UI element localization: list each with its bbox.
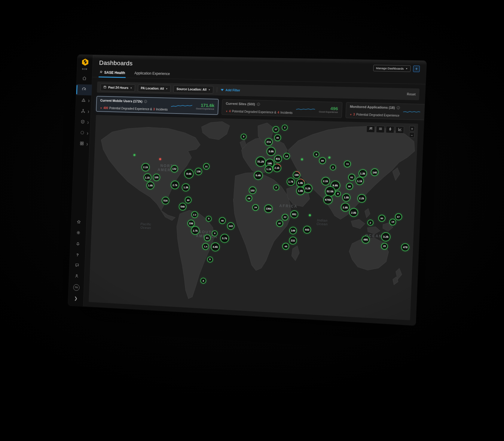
sidebar-item-help[interactable]: ? bbox=[70, 249, 85, 261]
sidebar-item-security[interactable]: ❯ bbox=[75, 117, 91, 128]
divider bbox=[217, 87, 217, 93]
kpi-card-sites[interactable]: Current Sites (500) i ▼ 4 Potential Degr… bbox=[221, 99, 342, 118]
kpi-caption: Good Experience bbox=[196, 108, 214, 111]
world-map[interactable]: NORTH AMERICASOUTH AMERICAAFRICAOCEANIAP… bbox=[89, 115, 418, 321]
map-bolt-toggle[interactable] bbox=[386, 126, 394, 133]
degraded-text: Potential Degraded Experience bbox=[356, 113, 399, 117]
info-icon[interactable]: i bbox=[257, 103, 260, 106]
chart-icon bbox=[397, 127, 402, 133]
home-icon bbox=[82, 76, 87, 82]
top-actions: Manage Dashboards ▼ + bbox=[373, 65, 420, 72]
app-window: SCM ❯ ❯ bbox=[68, 55, 426, 326]
dashboards-icon bbox=[81, 87, 87, 93]
tab-sase-health[interactable]: SASE Health bbox=[99, 69, 126, 78]
collapse-icon: ❯ bbox=[74, 296, 78, 300]
map-cluster-bubble[interactable]: 2.1k bbox=[273, 163, 281, 172]
list-icon bbox=[378, 126, 383, 132]
scm-logo-icon bbox=[81, 58, 89, 67]
time-range-dropdown[interactable]: Past 24 Hours ▼ bbox=[100, 84, 135, 92]
sidebar-item-incidents[interactable]: ❯ bbox=[76, 95, 92, 106]
user-icon bbox=[74, 273, 79, 280]
kpi-caption: Good Experience bbox=[424, 114, 426, 117]
dashboard-content: Past 24 Hours ▼ PA Location: All ▼ Sourc… bbox=[83, 77, 425, 325]
sparkline bbox=[171, 103, 193, 109]
page-title: Dashboards bbox=[99, 59, 133, 67]
reset-button[interactable]: Reset bbox=[407, 92, 416, 96]
add-dashboard-button[interactable]: + bbox=[413, 65, 420, 72]
sidebar-item-favorites[interactable] bbox=[71, 217, 87, 228]
kpi-value-block: 171.6k Good Experience bbox=[196, 103, 215, 111]
sparkline bbox=[403, 109, 420, 115]
pin-icon bbox=[99, 70, 102, 75]
incident-text: Incidents bbox=[156, 108, 168, 111]
sidebar-item-user[interactable] bbox=[69, 271, 84, 282]
kpi-value-block: 15 Good Experience bbox=[424, 108, 426, 117]
chevron-right-icon: ❯ bbox=[88, 100, 90, 102]
reports-icon bbox=[79, 141, 84, 147]
map-list-toggle[interactable] bbox=[376, 126, 385, 133]
sparkline bbox=[296, 107, 316, 112]
kpi-left: Current Sites (500) i ▼ 4 Potential Degr… bbox=[225, 102, 293, 114]
sidebar-item-settings[interactable] bbox=[71, 227, 86, 239]
sidebar-avatar[interactable]: TS bbox=[69, 281, 84, 293]
tab-label: Application Experience bbox=[134, 71, 170, 76]
map-zoom-controls: + − bbox=[409, 126, 415, 138]
map-users-toggle[interactable] bbox=[366, 125, 375, 132]
chat-icon bbox=[75, 263, 80, 269]
sidebar-item-chat[interactable] bbox=[69, 260, 85, 272]
sidebar-item-reports[interactable]: ❯ bbox=[74, 138, 90, 150]
shield-icon bbox=[80, 119, 85, 126]
tab-label: SASE Health bbox=[104, 70, 125, 75]
kpi-card-applications[interactable]: Monitored Applications (18) i ▼ 3 Potent… bbox=[345, 102, 426, 121]
pa-location-value: PA Location: All bbox=[141, 86, 164, 90]
network-icon bbox=[81, 108, 86, 115]
chevron-right-icon: ❯ bbox=[87, 121, 89, 124]
kpi-alert-line: ▼ 400 Potential Degraded Experience & 3 … bbox=[100, 106, 168, 111]
star-icon bbox=[76, 219, 81, 226]
avatar-initials: TS bbox=[73, 284, 80, 291]
incident-count: 4 bbox=[277, 111, 279, 114]
tab-application-experience[interactable]: Application Experience bbox=[134, 70, 171, 79]
add-filter-button[interactable]: Add Filter bbox=[221, 88, 240, 92]
kpi-caption: Good Experience bbox=[319, 111, 338, 114]
sidebar-item-dashboards[interactable] bbox=[76, 84, 92, 95]
logo-label: SCM bbox=[82, 68, 87, 70]
info-icon[interactable]: i bbox=[144, 100, 147, 103]
manage-dashboards-label: Manage Dashboards bbox=[376, 66, 404, 70]
gear-icon bbox=[76, 230, 81, 236]
sidebar-item-operations[interactable]: ❯ bbox=[74, 128, 90, 139]
main-area: Dashboards Manage Dashboards ▼ + SASE He… bbox=[83, 55, 426, 326]
world-map-svg bbox=[89, 115, 418, 321]
caret-down-icon: ▼ bbox=[100, 107, 102, 110]
chevron-down-icon: ▼ bbox=[130, 87, 132, 89]
sidebar-item-home[interactable] bbox=[77, 73, 93, 84]
kpi-left: Monitored Applications (18) i ▼ 3 Potent… bbox=[350, 105, 400, 117]
map-chart-toggle[interactable] bbox=[396, 126, 404, 133]
brand-logo[interactable]: SCM bbox=[81, 58, 89, 70]
kpi-title: Current Mobile Users (172k) bbox=[100, 99, 142, 103]
time-range-value: Past 24 Hours bbox=[108, 86, 129, 90]
dotted-circle-icon bbox=[80, 130, 85, 136]
incident-count: 3 bbox=[153, 108, 155, 111]
sidebar-spacer bbox=[79, 149, 82, 217]
sidebar-collapse-button[interactable]: ❯ bbox=[68, 292, 84, 304]
zoom-out-button[interactable]: − bbox=[409, 132, 415, 138]
manage-dashboards-button[interactable]: Manage Dashboards ▼ bbox=[373, 65, 411, 72]
sidebar-item-notifications[interactable] bbox=[70, 238, 86, 250]
chevron-right-icon: ❯ bbox=[87, 132, 89, 135]
kpi-alert-line: ▼ 3 Potential Degraded Experience bbox=[350, 113, 400, 117]
sidebar-item-network[interactable]: ❯ bbox=[75, 106, 91, 117]
zoom-in-button[interactable]: + bbox=[409, 126, 415, 131]
degraded-text: Potential Degraded Experience & bbox=[109, 106, 152, 111]
chevron-right-icon: ❯ bbox=[87, 111, 90, 113]
kpi-value-block: 496 Good Experience bbox=[319, 106, 338, 114]
bolt-icon bbox=[388, 127, 392, 132]
funnel-icon bbox=[221, 89, 224, 91]
kpi-card-mobile-users[interactable]: Current Mobile Users (172k) i ▼ 400 Pote… bbox=[96, 96, 218, 115]
chevron-down-icon: ▼ bbox=[405, 67, 408, 69]
source-location-dropdown[interactable]: Source Location: All ▼ bbox=[173, 85, 213, 93]
degraded-count: 3 bbox=[353, 113, 355, 116]
info-icon[interactable]: i bbox=[397, 106, 400, 109]
pa-location-dropdown[interactable]: PA Location: All ▼ bbox=[138, 84, 171, 93]
kpi-title: Current Sites (500) bbox=[226, 102, 255, 106]
